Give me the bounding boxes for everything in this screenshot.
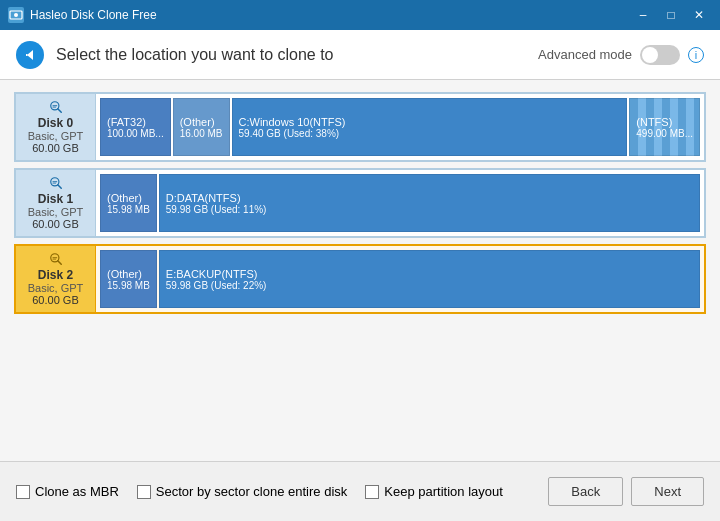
header: Select the location you want to clone to… bbox=[0, 30, 720, 80]
disk-name-disk2: Disk 2 bbox=[38, 268, 73, 282]
options-checkboxes: Clone as MBR Sector by sector clone enti… bbox=[16, 484, 548, 499]
svg-marker-2 bbox=[27, 50, 33, 60]
svg-rect-10 bbox=[52, 181, 57, 182]
disk-type-disk2: Basic, GPT bbox=[28, 282, 84, 294]
partitions-disk0: (FAT32) 100.00 MB... (Other) 16.00 MB C:… bbox=[96, 94, 704, 160]
svg-line-9 bbox=[57, 185, 61, 189]
partition-disk1-1: D:DATA(NTFS) 59.98 GB (Used: 11%) bbox=[159, 174, 700, 232]
partition-disk0-0: (FAT32) 100.00 MB... bbox=[100, 98, 171, 156]
partitions-disk1: (Other) 15.98 MB D:DATA(NTFS) 59.98 GB (… bbox=[96, 170, 704, 236]
advanced-mode-toggle[interactable] bbox=[640, 45, 680, 65]
disk-size-disk0: 60.00 GB bbox=[32, 142, 78, 154]
app-title: Hasleo Disk Clone Free bbox=[30, 8, 630, 22]
info-icon[interactable]: i bbox=[688, 47, 704, 63]
svg-rect-11 bbox=[52, 183, 56, 184]
partitions-disk2: (Other) 15.98 MB E:BACKUP(NTFS) 59.98 GB… bbox=[96, 246, 704, 312]
advanced-mode-label: Advanced mode bbox=[538, 47, 632, 62]
disk-type-disk1: Basic, GPT bbox=[28, 206, 84, 218]
next-button[interactable]: Next bbox=[631, 477, 704, 506]
footer: Clone as MBR Sector by sector clone enti… bbox=[0, 461, 720, 521]
disk-row-disk1[interactable]: Disk 1 Basic, GPT 60.00 GB (Other) 15.98… bbox=[14, 168, 706, 238]
disk-name-disk1: Disk 1 bbox=[38, 192, 73, 206]
back-icon[interactable] bbox=[16, 41, 44, 69]
checkbox-clone-mbr[interactable]: Clone as MBR bbox=[16, 484, 119, 499]
checkbox-keep-layout[interactable]: Keep partition layout bbox=[365, 484, 503, 499]
close-button[interactable]: ✕ bbox=[686, 5, 712, 25]
partition-disk2-0: (Other) 15.98 MB bbox=[100, 250, 157, 308]
partition-disk0-1: (Other) 16.00 MB bbox=[173, 98, 230, 156]
page-title: Select the location you want to clone to bbox=[56, 46, 538, 64]
svg-rect-6 bbox=[52, 105, 57, 106]
disk-list: Disk 0 Basic, GPT 60.00 GB (FAT32) 100.0… bbox=[0, 80, 720, 461]
checkbox-box-sector-clone[interactable] bbox=[137, 485, 151, 499]
disk-row-disk2[interactable]: Disk 2 Basic, GPT 60.00 GB (Other) 15.98… bbox=[14, 244, 706, 314]
disk-name-disk0: Disk 0 bbox=[38, 116, 73, 130]
svg-rect-3 bbox=[26, 54, 28, 56]
app-icon bbox=[8, 7, 24, 23]
disk-info-disk0: Disk 0 Basic, GPT 60.00 GB bbox=[16, 94, 96, 160]
partition-disk2-1: E:BACKUP(NTFS) 59.98 GB (Used: 22%) bbox=[159, 250, 700, 308]
svg-point-1 bbox=[14, 13, 18, 17]
checkbox-sector-clone[interactable]: Sector by sector clone entire disk bbox=[137, 484, 347, 499]
title-bar: Hasleo Disk Clone Free – □ ✕ bbox=[0, 0, 720, 30]
disk-size-disk1: 60.00 GB bbox=[32, 218, 78, 230]
advanced-mode-section: Advanced mode i bbox=[538, 45, 704, 65]
footer-buttons: Back Next bbox=[548, 477, 704, 506]
svg-rect-15 bbox=[52, 259, 56, 260]
disk-row-disk0[interactable]: Disk 0 Basic, GPT 60.00 GB (FAT32) 100.0… bbox=[14, 92, 706, 162]
svg-line-5 bbox=[57, 109, 61, 113]
checkbox-box-clone-mbr[interactable] bbox=[16, 485, 30, 499]
checkbox-label-sector-clone: Sector by sector clone entire disk bbox=[156, 484, 347, 499]
disk-size-disk2: 60.00 GB bbox=[32, 294, 78, 306]
svg-rect-14 bbox=[52, 257, 57, 258]
window-controls: – □ ✕ bbox=[630, 5, 712, 25]
svg-line-13 bbox=[57, 261, 61, 265]
back-button[interactable]: Back bbox=[548, 477, 623, 506]
checkbox-label-keep-layout: Keep partition layout bbox=[384, 484, 503, 499]
maximize-button[interactable]: □ bbox=[658, 5, 684, 25]
disk-type-disk0: Basic, GPT bbox=[28, 130, 84, 142]
svg-rect-7 bbox=[52, 107, 56, 108]
checkbox-label-clone-mbr: Clone as MBR bbox=[35, 484, 119, 499]
disk-info-disk1: Disk 1 Basic, GPT 60.00 GB bbox=[16, 170, 96, 236]
minimize-button[interactable]: – bbox=[630, 5, 656, 25]
checkbox-box-keep-layout[interactable] bbox=[365, 485, 379, 499]
partition-disk0-3: (NTFS) 499.00 MB... bbox=[629, 98, 700, 156]
partition-disk1-0: (Other) 15.98 MB bbox=[100, 174, 157, 232]
partition-disk0-2: C:Windows 10(NTFS) 59.40 GB (Used: 38%) bbox=[232, 98, 628, 156]
disk-info-disk2: Disk 2 Basic, GPT 60.00 GB bbox=[16, 246, 96, 312]
